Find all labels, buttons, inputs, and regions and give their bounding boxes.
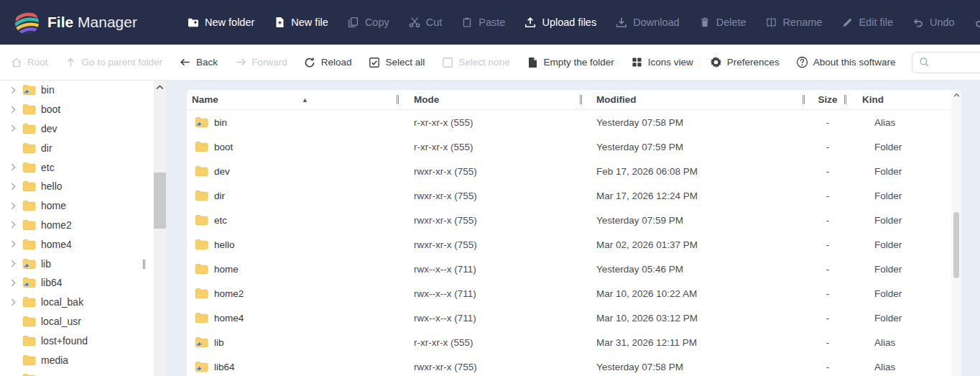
copy-button[interactable]: Copy xyxy=(348,17,389,28)
sidebar-item-boot[interactable]: boot xyxy=(0,100,154,119)
expander-chevron-icon[interactable] xyxy=(11,221,17,229)
expander-chevron-icon[interactable] xyxy=(11,240,17,248)
file-size: - xyxy=(806,337,849,348)
sidebar-item-lib[interactable]: lib xyxy=(0,254,154,273)
expander-chevron-icon[interactable] xyxy=(11,202,17,210)
column-header-mode[interactable]: Mode xyxy=(400,90,583,109)
cut-button[interactable]: Cut xyxy=(409,17,443,28)
button-label: Icons view xyxy=(648,57,693,68)
new-folder-button[interactable]: New folder xyxy=(188,17,254,28)
sidebar-scrollbar-thumb[interactable] xyxy=(154,173,166,229)
column-header-modified[interactable]: Modified xyxy=(583,90,806,109)
folder-alias-icon xyxy=(22,277,36,288)
undo-button[interactable]: Undo xyxy=(912,17,955,28)
file-name: dir xyxy=(214,191,225,201)
sidebar-resize-handle[interactable] xyxy=(143,260,145,269)
sidebar-item-dir[interactable]: dir xyxy=(0,138,154,157)
file-kind: Alias xyxy=(849,362,935,372)
column-resize-handle[interactable] xyxy=(803,95,805,104)
sidebar-item-next-partial[interactable] xyxy=(0,370,154,376)
table-row-home4[interactable]: home4 rwx--x--x (711) Mar 10, 2026 03:12… xyxy=(187,306,951,330)
sidebar-item-dev[interactable]: dev xyxy=(0,119,154,139)
folder-alias-icon xyxy=(22,258,36,270)
upload-files-button[interactable]: Upload files xyxy=(524,17,596,28)
sidebar-item-local_bak[interactable]: local_bak xyxy=(0,293,154,312)
file-name: home xyxy=(214,264,239,275)
table-row-boot[interactable]: boot r-xr-xr-x (555) Yesterday 07:59 PM … xyxy=(187,134,951,159)
expander-chevron-icon[interactable] xyxy=(11,124,17,132)
sidebar-item-lib64[interactable]: lib64 xyxy=(0,273,154,293)
column-resize-handle[interactable] xyxy=(397,95,399,104)
expander-chevron-icon[interactable] xyxy=(11,279,17,287)
forward-button[interactable]: Forward xyxy=(234,56,287,68)
sidebar-item-local_usr[interactable]: local_usr xyxy=(0,312,154,331)
table-row-home2[interactable]: home2 rwx--x--x (711) Mar 10, 2026 10:22… xyxy=(187,281,951,306)
expander-chevron-icon[interactable] xyxy=(11,86,17,94)
table-scrollbar[interactable] xyxy=(951,90,961,376)
file-size: - xyxy=(806,215,849,226)
table-row-lib64[interactable]: lib64 rwxr-xr-x (755) Yesterday 07:58 PM… xyxy=(187,354,951,376)
sidebar-item-home[interactable]: home xyxy=(0,196,154,216)
edit-file-button[interactable]: Edit file xyxy=(841,17,893,28)
select-none-button[interactable]: Select none xyxy=(441,56,509,68)
cut-icon xyxy=(409,17,420,28)
paste-button[interactable]: Paste xyxy=(461,17,505,28)
file-kind: Folder xyxy=(849,142,935,152)
delete-button[interactable]: Delete xyxy=(699,17,746,28)
folder-alias-icon xyxy=(195,361,208,372)
table-row-bin[interactable]: bin r-xr-xr-x (555) Yesterday 07:58 PM -… xyxy=(187,110,951,134)
sidebar-item-home2[interactable]: home2 xyxy=(0,216,154,235)
column-header-name[interactable]: Name ▲ xyxy=(187,90,400,109)
scroll-up-icon[interactable] xyxy=(953,93,960,98)
redo-button[interactable]: Redo xyxy=(974,17,980,28)
sidebar-item-bin[interactable]: bin xyxy=(0,81,154,100)
back-button[interactable]: Back xyxy=(179,56,218,68)
sidebar-item-etc[interactable]: etc xyxy=(0,157,154,177)
table-row-lib[interactable]: lib r-xr-xr-x (555) Mar 31, 2026 12:11 P… xyxy=(187,330,951,354)
preferences-button[interactable]: Preferences xyxy=(710,56,780,68)
root-button[interactable]: Root xyxy=(10,56,48,68)
sidebar-scrollbar[interactable] xyxy=(154,81,166,376)
sidebar-item-hello[interactable]: hello xyxy=(0,177,154,196)
icons-view-button[interactable]: Icons view xyxy=(631,56,693,68)
select-all-button[interactable]: Select all xyxy=(368,56,425,68)
sidebar-item-lost+found[interactable]: lost+found xyxy=(0,331,154,350)
table-row-hello[interactable]: hello rwxr-xr-x (755) Mar 02, 2026 01:37… xyxy=(187,232,951,257)
expander-chevron-icon[interactable] xyxy=(11,106,17,114)
expander-chevron-icon[interactable] xyxy=(11,260,17,267)
rename-button[interactable]: Rename xyxy=(766,17,823,28)
app-logo[interactable]: File Manager xyxy=(14,10,176,35)
expander-chevron-icon[interactable] xyxy=(11,163,17,171)
new-folder-icon xyxy=(188,17,199,28)
tree-item-label: local_bak xyxy=(41,296,83,308)
table-scrollbar-thumb[interactable] xyxy=(953,212,959,278)
go-to-parent-button[interactable]: Go to parent folder xyxy=(65,56,163,68)
column-resize-handle[interactable] xyxy=(844,95,846,104)
scroll-up-icon[interactable] xyxy=(156,85,164,90)
folder-icon xyxy=(22,180,36,192)
file-name: lib xyxy=(214,337,224,348)
table-row-etc[interactable]: etc rwxr-xr-x (755) Yesterday 07:59 PM -… xyxy=(187,208,951,232)
table-row-dir[interactable]: dir rwxr-xr-x (755) Mar 17, 2026 12:24 P… xyxy=(187,183,951,208)
tree-item-label: hello xyxy=(41,180,63,192)
file-mode: r-xr-xr-x (555) xyxy=(400,117,583,128)
column-resize-handle[interactable] xyxy=(580,95,582,104)
new-file-button[interactable]: New file xyxy=(274,17,328,28)
column-header-size[interactable]: Size xyxy=(806,90,849,109)
search-input[interactable] xyxy=(934,57,980,68)
column-header-kind[interactable]: Kind xyxy=(849,90,935,109)
table-row-dev[interactable]: dev rwxr-xr-x (755) Feb 17, 2026 06:08 P… xyxy=(187,159,951,183)
tree-item-label: lib xyxy=(41,258,51,270)
sidebar-item-home4[interactable]: home4 xyxy=(0,234,154,254)
table-row-home[interactable]: home rwx--x--x (711) Yesterday 05:46 PM … xyxy=(187,257,951,281)
sidebar-item-media[interactable]: media xyxy=(0,350,154,370)
file-modified: Mar 10, 2026 10:22 AM xyxy=(583,288,806,299)
rename-icon xyxy=(766,17,777,28)
file-modified: Mar 31, 2026 12:11 PM xyxy=(583,337,806,348)
about-button[interactable]: About this software xyxy=(796,56,896,68)
download-button[interactable]: Download xyxy=(616,17,680,28)
expander-chevron-icon[interactable] xyxy=(11,298,17,306)
empty-folder-button[interactable]: Empty the folder xyxy=(527,56,614,68)
expander-chevron-icon[interactable] xyxy=(11,183,17,191)
reload-button[interactable]: Reload xyxy=(304,56,352,68)
